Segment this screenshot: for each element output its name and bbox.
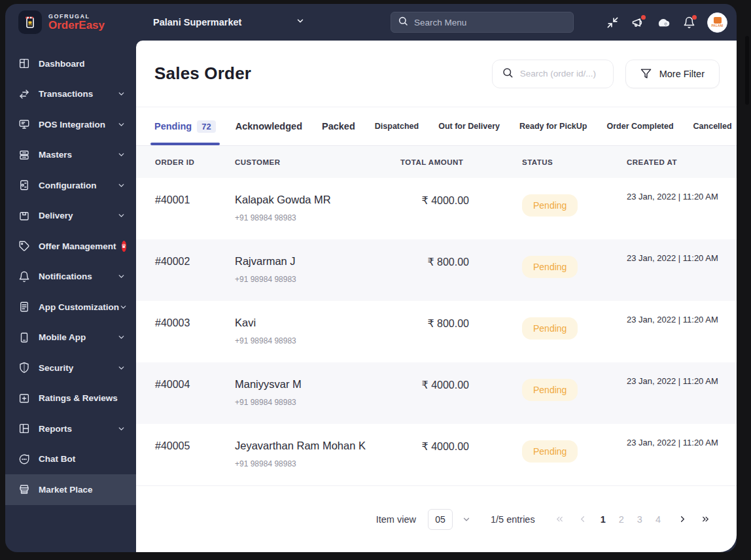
- customer-phone: +91 98984 98983: [235, 213, 400, 222]
- bell-icon[interactable]: [682, 15, 696, 29]
- order-row-40002[interactable]: #40002Rajvarman J+91 98984 98983₹ 800.00…: [136, 239, 737, 301]
- order-row-40004[interactable]: #40004Maniyysvar M+91 98984 98983₹ 4000.…: [136, 362, 737, 424]
- page-size-select[interactable]: 05: [428, 509, 453, 530]
- chat-bot-icon: [18, 453, 30, 465]
- sidebar-item-security[interactable]: Security: [5, 353, 136, 383]
- cloud-icon[interactable]: [656, 15, 671, 29]
- page-size-value: 05: [435, 514, 445, 525]
- dashboard-icon: [18, 58, 30, 69]
- store-avatar[interactable]: PALANI: [707, 12, 727, 33]
- order-row-40005[interactable]: #40005Jeyavarthan Ram Mohan K+91 98984 9…: [136, 424, 737, 485]
- security-shield-icon: [18, 362, 30, 374]
- announcement-notification-dot: [641, 15, 646, 20]
- page-number-4[interactable]: 4: [655, 514, 661, 525]
- tab-label: Pending: [154, 121, 192, 131]
- offer-new-badge: ♛: [122, 241, 127, 252]
- customer-name: Kavi: [235, 301, 400, 329]
- market-place-icon: [18, 483, 30, 495]
- order-row-40003[interactable]: #40003Kavi+91 98984 98983₹ 800.00Pending…: [136, 301, 737, 362]
- customer-cell: Kalapak Gowda MR+91 98984 98983: [235, 178, 400, 239]
- status-cell: Pending: [522, 301, 627, 362]
- status-cell: Pending: [522, 362, 627, 424]
- order-search-box[interactable]: [492, 60, 614, 88]
- more-filter-label: More Filter: [659, 69, 705, 79]
- sidebar-item-masters[interactable]: Masters: [5, 140, 136, 171]
- chevron-down-icon: [117, 150, 126, 159]
- status-badge: Pending: [522, 440, 578, 463]
- sidebar-item-reports[interactable]: Reports: [5, 413, 136, 444]
- chevron-down-icon: [117, 120, 126, 129]
- created-at: 23 Jan, 2022 | 11:20 AM: [627, 301, 737, 362]
- body-row: DashboardTransactionsPOS IntegrationMast…: [5, 41, 737, 552]
- menu-search-input[interactable]: [414, 18, 567, 27]
- first-page-button[interactable]: [555, 514, 565, 524]
- tab-cancelled[interactable]: Cancelled: [693, 107, 732, 145]
- tab-pending[interactable]: Pending72: [154, 107, 216, 145]
- tab-out-for-delivery[interactable]: Out for Delivery: [438, 107, 500, 145]
- store-selector-label: Palani Supermarket: [153, 17, 241, 27]
- tab-packed[interactable]: Packed: [322, 107, 355, 145]
- page-numbers: 1234: [601, 514, 661, 525]
- page-number-1[interactable]: 1: [601, 514, 606, 525]
- ratings-reviews-icon: [18, 393, 30, 404]
- sidebar-item-offer-management[interactable]: Offer Management♛: [5, 231, 136, 262]
- customer-cell: Rajvarman J+91 98984 98983: [235, 239, 400, 301]
- brand-logo: GOFRUGAL OrderEasy: [5, 10, 136, 34]
- tab-dispatched[interactable]: Dispatched: [375, 107, 419, 145]
- sidebar-item-label: Chat Bot: [39, 454, 75, 464]
- sidebar-item-label: Delivery: [39, 211, 73, 220]
- sidebar-item-label: Dashboard: [39, 59, 85, 69]
- more-filter-button[interactable]: More Filter: [625, 60, 720, 88]
- order-id: #40002: [155, 239, 235, 301]
- sidebar-item-transactions[interactable]: Transactions: [5, 79, 136, 110]
- sidebar-item-configuration[interactable]: Configuration: [5, 170, 136, 201]
- next-page-button[interactable]: [678, 514, 688, 524]
- page-scrollbar-thumb[interactable]: [745, 36, 749, 105]
- announcement-icon[interactable]: [631, 15, 645, 29]
- avatar-logo-mark: [714, 17, 722, 24]
- sidebar-item-notifications[interactable]: Notifications: [5, 262, 136, 292]
- order-row-40001[interactable]: #40001Kalapak Gowda MR+91 98984 98983₹ 4…: [136, 178, 737, 239]
- tab-ready-for-pickup[interactable]: Ready for PickUp: [519, 107, 587, 145]
- sidebar-item-ratings-reviews[interactable]: Ratings & Reviews: [5, 383, 136, 414]
- customer-name: Jeyavarthan Ram Mohan K: [235, 424, 400, 452]
- sidebar-item-delivery[interactable]: Delivery: [5, 201, 136, 232]
- customer-phone: +91 98984 98983: [235, 459, 400, 468]
- column-created-at: CREATED AT: [627, 158, 737, 166]
- sidebar-item-dashboard[interactable]: Dashboard: [5, 48, 136, 79]
- tab-label: Out for Delivery: [438, 122, 500, 131]
- page-number-3[interactable]: 3: [637, 514, 642, 525]
- sidebar-item-label: Security: [39, 363, 73, 373]
- page-size-chevron-icon[interactable]: [462, 515, 471, 524]
- sidebar-item-label: Transactions: [39, 89, 93, 99]
- status-cell: Pending: [522, 424, 627, 485]
- sidebar-item-mobile-app[interactable]: Mobile App: [5, 323, 136, 353]
- sidebar-item-app-customization[interactable]: App Customization: [5, 292, 136, 323]
- tab-order-completed[interactable]: Order Completed: [606, 107, 673, 145]
- customer-cell: Maniyysvar M+91 98984 98983: [235, 362, 400, 424]
- store-selector-dropdown[interactable]: Palani Supermarket: [153, 16, 305, 28]
- total-amount: ₹ 4000.00: [400, 178, 469, 239]
- tab-acknowledged[interactable]: Acknowledged: [236, 107, 302, 145]
- customer-cell: Jeyavarthan Ram Mohan K+91 98984 98983: [235, 424, 400, 485]
- sidebar-item-label: Configuration: [39, 181, 96, 190]
- page-number-2[interactable]: 2: [619, 514, 624, 525]
- order-id: #40003: [155, 301, 235, 362]
- order-search-input[interactable]: [520, 69, 604, 79]
- sidebar-item-market-place[interactable]: Market Place: [5, 474, 136, 505]
- sidebar-item-label: Ratings & Reviews: [39, 393, 118, 403]
- avatar-store-name: PALANI: [711, 24, 723, 27]
- order-id: #40004: [155, 362, 235, 424]
- last-page-button[interactable]: [701, 514, 710, 524]
- status-badge: Pending: [522, 256, 578, 278]
- chevron-down-icon: [117, 211, 126, 220]
- menu-search-box[interactable]: [391, 12, 574, 33]
- prev-page-button[interactable]: [578, 514, 587, 524]
- table-header: ORDER ID CUSTOMER TOTAL AMOUNT STATUS CR…: [136, 146, 737, 178]
- sidebar-item-chat-bot[interactable]: Chat Bot: [5, 444, 136, 475]
- sidebar-item-pos-integration[interactable]: POS Integration: [5, 109, 136, 140]
- collapse-icon[interactable]: [605, 15, 620, 29]
- sidebar-item-label: Masters: [39, 150, 72, 160]
- main-content: Sales Order More Filter: [136, 41, 737, 552]
- sidebar-item-label: Notifications: [39, 271, 92, 281]
